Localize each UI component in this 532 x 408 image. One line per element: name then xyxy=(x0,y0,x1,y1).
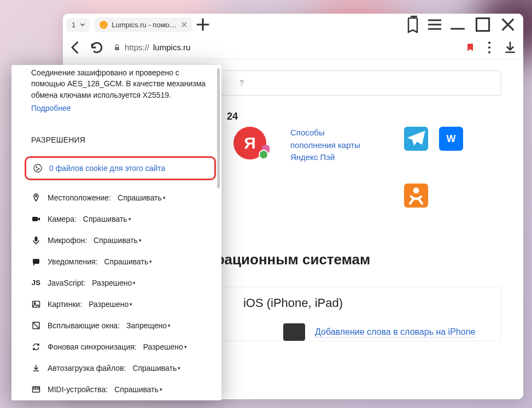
downloads-button[interactable] xyxy=(502,40,518,55)
permission-row[interactable]: МикрофонСпрашивать▾ xyxy=(31,230,209,250)
tab-count-label: 1 xyxy=(69,21,78,29)
chevron-down-icon: ▾ xyxy=(184,344,187,350)
back-button[interactable] xyxy=(68,40,84,55)
midi-icon xyxy=(31,385,41,394)
permission-row[interactable]: Фоновая синхронизацияРазрешено▾ xyxy=(31,337,209,357)
article-link[interactable]: Добавление слова в словарь на iPhone xyxy=(315,327,475,338)
permission-row[interactable]: УведомленияСпрашивать▾ xyxy=(31,252,209,271)
close-button[interactable] xyxy=(496,15,520,34)
chevron-down-icon: ▾ xyxy=(130,301,132,307)
svg-rect-0 xyxy=(476,18,489,31)
telegram-button[interactable] xyxy=(404,127,428,151)
chevron-down-icon: ▾ xyxy=(168,323,171,328)
pin-icon xyxy=(31,193,41,203)
svg-rect-14 xyxy=(33,301,40,307)
svg-rect-11 xyxy=(32,217,38,221)
svg-point-7 xyxy=(36,167,37,168)
article-link[interactable]: Способы пополнения карты Яндекс Пэй xyxy=(290,127,361,164)
new-tab-button[interactable] xyxy=(193,15,213,34)
tabstrip: 1 Lumpics.ru - помощь с xyxy=(63,14,523,36)
scrollbar-thumb[interactable] xyxy=(217,68,220,188)
cookies-link[interactable]: 0 файлов cookie для этого сайта xyxy=(49,164,165,173)
address-input[interactable]: https://lumpics.ru xyxy=(110,39,476,56)
image-icon xyxy=(31,299,41,309)
js-icon: JS xyxy=(31,278,41,288)
learn-more-link[interactable]: Подробнее xyxy=(31,104,71,113)
permission-row[interactable]: КамераСпрашивать▾ xyxy=(31,209,209,229)
chevron-down-icon: ▾ xyxy=(139,238,142,243)
url-scheme: https:// xyxy=(125,43,149,52)
permission-value[interactable]: Спрашивать▾ xyxy=(118,193,166,202)
camera-icon xyxy=(31,214,41,224)
svg-point-2 xyxy=(488,42,490,44)
permission-label: Камера xyxy=(48,215,77,223)
svg-point-6 xyxy=(34,164,42,172)
permission-value[interactable]: Запрещено▾ xyxy=(126,321,171,330)
sync-icon xyxy=(31,342,41,352)
permission-value[interactable]: Спрашивать▾ xyxy=(132,364,180,372)
bookmark-flag-icon[interactable] xyxy=(467,44,473,51)
svg-point-10 xyxy=(36,195,37,197)
permission-value[interactable]: Разрешено▾ xyxy=(89,300,132,309)
permission-row[interactable]: JSJavaScriptРазрешено▾ xyxy=(31,273,209,293)
mic-icon xyxy=(31,235,41,245)
os-section-heading: рационным системам xyxy=(216,251,371,268)
cookie-icon xyxy=(33,163,43,173)
svg-rect-13 xyxy=(33,259,39,264)
bell-icon xyxy=(31,257,41,267)
ok-button[interactable] xyxy=(404,184,428,208)
site-favicon xyxy=(100,21,108,29)
tab-close-icon[interactable] xyxy=(181,21,188,28)
menu-icon[interactable] xyxy=(425,15,445,34)
tab-counter[interactable]: 1 xyxy=(66,18,90,32)
permission-label: Картинки xyxy=(48,300,82,309)
permission-row[interactable]: Автозагрузка файловСпрашивать▾ xyxy=(31,358,209,378)
permissions-heading: РАЗРЕШЕНИЯ xyxy=(31,135,209,144)
permission-label: MIDI-устройства xyxy=(48,385,108,394)
chevron-down-icon xyxy=(79,21,86,28)
svg-rect-12 xyxy=(35,236,38,241)
svg-point-3 xyxy=(488,46,490,48)
vk-button[interactable]: W xyxy=(439,127,463,151)
browser-tab[interactable]: Lumpics.ru - помощь с xyxy=(94,17,192,32)
permission-value[interactable]: Разрешено▾ xyxy=(143,342,187,351)
chevron-down-icon: ▾ xyxy=(178,365,180,371)
svg-point-8 xyxy=(38,168,39,169)
permission-value[interactable]: Спрашивать▾ xyxy=(104,257,152,266)
permission-value[interactable]: Спрашивать▾ xyxy=(93,236,142,245)
svg-rect-1 xyxy=(115,47,119,50)
permission-row[interactable]: MIDI-устройстваСпрашивать▾ xyxy=(31,380,209,399)
search-placeholder-fragment: ? xyxy=(239,79,244,87)
permission-label: Местоположение xyxy=(48,193,111,202)
permission-value[interactable]: Разрешено▾ xyxy=(92,279,136,287)
article-thumbnail xyxy=(283,323,305,341)
permission-label: JavaScript xyxy=(48,279,85,287)
download-icon xyxy=(31,363,41,373)
bookmarks-icon[interactable] xyxy=(404,15,424,34)
yandex-pay-logo: Я xyxy=(233,127,266,159)
permission-label: Микрофон xyxy=(48,236,87,245)
chevron-down-icon: ▾ xyxy=(160,387,162,392)
svg-point-5 xyxy=(413,187,419,193)
cookies-row[interactable]: 0 файлов cookie для этого сайта xyxy=(25,156,216,180)
permission-row[interactable]: МестоположениеСпрашивать▾ xyxy=(31,188,209,208)
reload-button[interactable] xyxy=(89,40,104,55)
permission-row[interactable]: КартинкиРазрешено▾ xyxy=(31,294,209,314)
page-heading-fragment: 24 xyxy=(227,111,501,122)
maximize-button[interactable] xyxy=(471,15,495,34)
minimize-button[interactable] xyxy=(446,15,470,34)
permission-label: Всплывающие окна xyxy=(48,321,120,330)
permissions-list: МестоположениеСпрашивать▾КамераСпрашиват… xyxy=(31,188,209,399)
svg-point-9 xyxy=(37,169,38,170)
permission-value[interactable]: Спрашивать▾ xyxy=(83,215,131,223)
page-actions-button[interactable] xyxy=(482,40,497,55)
popup-icon xyxy=(31,321,41,330)
permission-row[interactable]: Всплывающие окнаЗапрещено▾ xyxy=(31,316,209,335)
site-permissions-popup: Соединение зашифровано и проверено с пом… xyxy=(11,65,221,400)
permission-value[interactable]: Спрашивать▾ xyxy=(114,385,162,394)
svg-point-15 xyxy=(34,303,35,304)
permission-label: Уведомления xyxy=(48,257,97,266)
lock-icon xyxy=(113,44,121,51)
svg-point-4 xyxy=(488,51,490,53)
chevron-down-icon: ▾ xyxy=(149,259,152,264)
